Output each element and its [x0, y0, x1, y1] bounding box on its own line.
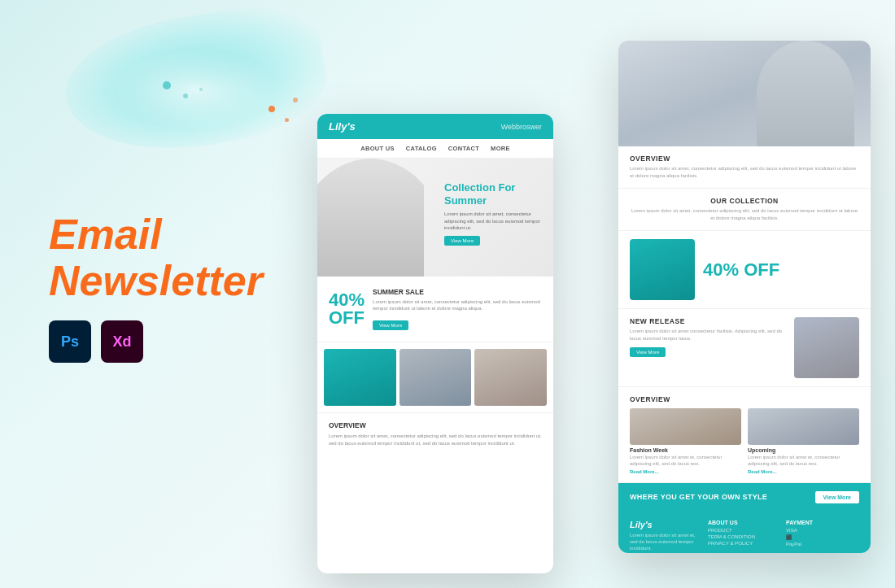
lm-sale-body: Lorem ipsum dolor sit amet, consectetur … — [373, 298, 542, 312]
lm-sale-section: 40% OFF SUMMER SALE Lorem ipsum dolor si… — [317, 277, 553, 342]
lm-sale-btn[interactable]: View More — [373, 320, 408, 330]
rm-upcoming-label: Upcoming — [748, 447, 859, 453]
lm-overview-title: OVERVIEW — [329, 421, 542, 429]
rm-footer-link-product[interactable]: PRODUCT — [708, 528, 781, 533]
software-icons: Ps Xd — [49, 320, 263, 363]
nav-catalog[interactable]: CATALOG — [406, 145, 437, 152]
dot-teal-1 — [163, 81, 171, 89]
main-title: Email Newsletter — [49, 211, 263, 304]
lm-hero-text: Collection For Summer Lorem ipsum dolor … — [444, 181, 542, 246]
lm-overview-text: Lorem ipsum dolor sit amet, consectetur … — [329, 433, 542, 447]
rm-footer-col2: PAYMENT VISA ⬛ PayPal — [786, 520, 859, 552]
lm-sale-info: SUMMER SALE Lorem ipsum dolor sit amet, … — [373, 288, 542, 330]
lm-percent-value: 40% OFF — [329, 291, 365, 327]
rm-footer-grid: Lily's Lorem ipsum dolor sit amet et, se… — [630, 520, 859, 552]
rm-cta-btn[interactable]: View More — [815, 491, 860, 503]
rm-footer-col1-title: ABOUT US — [708, 520, 781, 525]
rm-release-body: Lorem ipsum dolor sit amet consectetur f… — [630, 328, 786, 342]
lm-webview: Webbroswer — [501, 123, 542, 131]
dot-teal-2 — [183, 94, 188, 98]
nav-contact[interactable]: CONTACT — [448, 145, 479, 152]
rm-discount-percent: 40% OFF — [703, 261, 779, 279]
rm-overview-bottom: OVERVIEW Fashion Week Lorem ipsum dolor … — [618, 387, 871, 483]
lm-header: Lily's Webbroswer — [317, 114, 553, 139]
rm-cta-banner: WHERE YOU GET YOUR OWN STYLE View More — [618, 483, 871, 512]
rm-cta-text: WHERE YOU GET YOUR OWN STYLE — [630, 493, 767, 501]
rm-footer-link-privacy[interactable]: PRIVACY & POLICY — [708, 541, 781, 546]
rm-overview-top-body: Lorem ipsum dolor sit amet, consectetur … — [630, 165, 859, 180]
rm-discount-row: 40% OFF — [618, 231, 871, 309]
rm-fashion-week-label: Fashion Week — [630, 447, 741, 453]
rm-overview-top-title: OVERVIEW — [630, 155, 859, 163]
title-line2: Newsletter — [49, 258, 263, 304]
rm-fashion-row: Fashion Week Lorem ipsum dolor sit amet … — [630, 408, 859, 474]
rm-upcoming: Upcoming Lorem ipsum dolor sit amet et, … — [748, 408, 859, 474]
rm-footer-col1: ABOUT US PRODUCT TERM & CONDITION PRIVAC… — [708, 520, 781, 552]
rm-hero-img — [618, 41, 871, 146]
lm-nav: ABOUT US CATALOG CONTACT MORE — [317, 139, 553, 159]
gallery-item-1 — [324, 349, 396, 406]
lm-hero-person-silhouette — [317, 159, 424, 277]
rm-release-btn[interactable]: View More — [630, 347, 666, 357]
left-content: Email Newsletter Ps Xd — [49, 211, 263, 363]
rm-our-collection: OUR COLLECTION Lorem ipsum dolor sit ame… — [618, 189, 871, 231]
rm-overview-bottom-title: OVERVIEW — [630, 395, 859, 403]
rm-fashion-week-img — [630, 408, 741, 445]
nav-more[interactable]: MORE — [491, 145, 510, 152]
rm-upcoming-body: Lorem ipsum dolor sit amet et, consectet… — [748, 455, 859, 468]
lm-logo: Lily's — [329, 120, 356, 133]
bg-splash-light — [114, 49, 277, 130]
rm-release-image — [794, 317, 859, 378]
rm-collection-title: OUR COLLECTION — [630, 197, 859, 205]
lm-overview-section: OVERVIEW Lorem ipsum dolor sit amet, con… — [317, 412, 553, 455]
rm-footer-desc: Lorem ipsum dolor sit amet et, sed do la… — [630, 532, 703, 552]
rm-overview-top: OVERVIEW Lorem ipsum dolor sit amet, con… — [618, 146, 871, 189]
nav-about[interactable]: ABOUT US — [360, 145, 395, 152]
rm-release-info: NEW RELEASE Lorem ipsum dolor sit amet c… — [630, 317, 786, 378]
rm-release-title: NEW RELEASE — [630, 317, 786, 325]
rm-footer-logo: Lily's — [630, 520, 703, 529]
email-mockup-left: Lily's Webbroswer ABOUT US CATALOG CONTA… — [317, 114, 553, 573]
dot-orange-2 — [285, 118, 289, 122]
rm-footer-paypal[interactable]: PayPal — [786, 542, 859, 547]
gallery-item-2 — [399, 349, 472, 406]
lm-hero-title: Collection For Summer — [444, 181, 542, 207]
lm-sale-title: SUMMER SALE — [373, 288, 542, 296]
rm-discount-image — [630, 239, 695, 300]
lm-sale-percent: 40% OFF — [329, 291, 365, 327]
rm-footer-mc: ⬛ — [786, 534, 859, 540]
rm-fashion-week-body: Lorem ipsum dolor sit amet et, consectet… — [630, 455, 741, 468]
lm-hero: Collection For Summer Lorem ipsum dolor … — [317, 159, 553, 277]
rm-footer: Lily's Lorem ipsum dolor sit amet et, se… — [618, 512, 871, 553]
photoshop-icon: Ps — [49, 320, 91, 363]
dot-teal-3 — [199, 88, 203, 91]
rm-upcoming-img — [748, 408, 859, 445]
rm-fashion-week-link[interactable]: Read More... — [630, 469, 741, 474]
gallery-item-3 — [474, 349, 547, 406]
rm-fashion-week: Fashion Week Lorem ipsum dolor sit amet … — [630, 408, 741, 474]
email-mockup-right: OVERVIEW Lorem ipsum dolor sit amet, con… — [618, 41, 871, 553]
dot-orange-3 — [293, 98, 298, 102]
lm-gallery — [317, 342, 553, 412]
title-line1: Email — [49, 211, 263, 258]
rm-new-release: NEW RELEASE Lorem ipsum dolor sit amet c… — [618, 309, 871, 387]
lm-hero-btn[interactable]: View More — [444, 236, 480, 246]
dot-orange-1 — [268, 106, 275, 112]
rm-footer-brand: Lily's Lorem ipsum dolor sit amet et, se… — [630, 520, 703, 552]
rm-footer-visa[interactable]: VISA — [786, 528, 859, 533]
rm-hero-person-silhouette — [757, 41, 854, 146]
adobe-xd-icon: Xd — [101, 320, 143, 363]
rm-footer-link-terms[interactable]: TERM & CONDITION — [708, 534, 781, 539]
rm-upcoming-link[interactable]: Read More... — [748, 469, 859, 474]
rm-collection-body: Lorem ipsum dolor sit amet, consectetur … — [630, 207, 859, 222]
rm-footer-col2-title: PAYMENT — [786, 520, 859, 525]
lm-hero-sub: Lorem ipsum dolor sit amet, consectetur … — [444, 211, 542, 231]
